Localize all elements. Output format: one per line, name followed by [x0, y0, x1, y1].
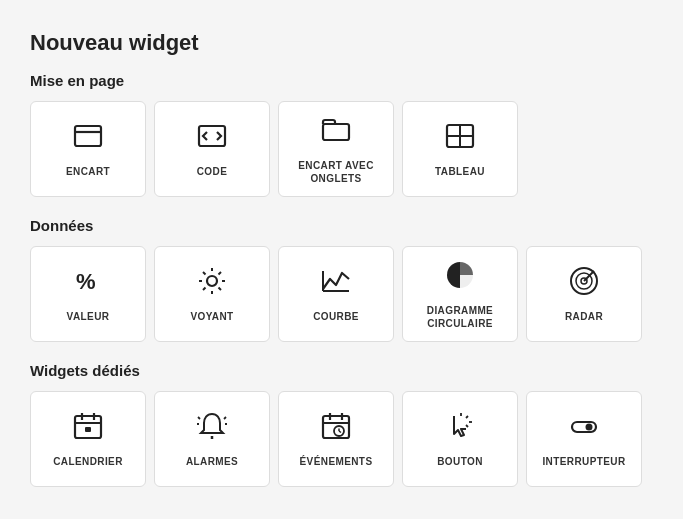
- section-mise-en-page: Mise en page ENCART CODE: [30, 72, 653, 197]
- radar-label: RADAR: [565, 310, 603, 323]
- voyant-label: VOYANT: [190, 310, 233, 323]
- svg-text:%: %: [76, 269, 96, 294]
- widgets-dedies-grid: CALENDRIER ALARMES: [30, 391, 653, 487]
- evenements-icon: [320, 410, 352, 447]
- encart-label: ENCART: [66, 165, 110, 178]
- widget-alarmes[interactable]: ALARMES: [154, 391, 270, 487]
- donnees-grid: % VALEUR VOYANT: [30, 246, 653, 342]
- section-label-mise-en-page: Mise en page: [30, 72, 653, 89]
- svg-line-13: [203, 272, 206, 275]
- diagramme-icon: [444, 259, 476, 296]
- svg-line-16: [203, 288, 206, 291]
- alarmes-label: ALARMES: [186, 455, 238, 468]
- courbe-label: COURBE: [313, 310, 359, 323]
- tableau-icon: [444, 120, 476, 157]
- widget-radar[interactable]: RADAR: [526, 246, 642, 342]
- widget-encart-onglets[interactable]: ENCART AVEC ONGLETS: [278, 101, 394, 197]
- svg-point-47: [586, 424, 593, 431]
- calendrier-icon: [72, 410, 104, 447]
- interrupteur-label: INTERRUPTEUR: [542, 455, 625, 468]
- widget-interrupteur[interactable]: INTERRUPTEUR: [526, 391, 642, 487]
- svg-rect-0: [75, 126, 101, 146]
- widget-tableau[interactable]: TABLEAU: [402, 101, 518, 197]
- voyant-icon: [196, 265, 228, 302]
- alarmes-icon: [196, 410, 228, 447]
- widget-valeur[interactable]: % VALEUR: [30, 246, 146, 342]
- widget-evenements[interactable]: ÉVÉNEMENTS: [278, 391, 394, 487]
- bouton-label: BOUTON: [437, 455, 483, 468]
- svg-rect-3: [323, 124, 349, 140]
- widget-encart[interactable]: ENCART: [30, 101, 146, 197]
- valeur-icon: %: [72, 265, 104, 302]
- svg-line-15: [219, 272, 222, 275]
- evenements-label: ÉVÉNEMENTS: [300, 455, 373, 468]
- svg-rect-29: [85, 427, 91, 432]
- svg-line-32: [224, 417, 226, 419]
- widget-code[interactable]: CODE: [154, 101, 270, 197]
- widget-bouton[interactable]: BOUTON: [402, 391, 518, 487]
- svg-line-42: [466, 416, 468, 418]
- section-donnees: Données % VALEUR: [30, 217, 653, 342]
- diagramme-label: DIAGRAMME CIRCULAIRE: [409, 304, 511, 330]
- courbe-icon: [320, 265, 352, 302]
- valeur-label: VALEUR: [67, 310, 110, 323]
- section-widgets-dedies: Widgets dédiés CALENDRIER: [30, 362, 653, 487]
- bouton-icon: [444, 410, 476, 447]
- tableau-label: TABLEAU: [435, 165, 485, 178]
- encart-onglets-icon: [320, 114, 352, 151]
- mise-en-page-grid: ENCART CODE ENCART AVEC ONGLETS: [30, 101, 653, 197]
- widget-calendrier[interactable]: CALENDRIER: [30, 391, 146, 487]
- code-icon: [196, 120, 228, 157]
- encart-icon: [72, 120, 104, 157]
- widget-voyant[interactable]: VOYANT: [154, 246, 270, 342]
- svg-point-8: [207, 276, 217, 286]
- interrupteur-icon: [568, 410, 600, 447]
- page-title: Nouveau widget: [30, 30, 653, 56]
- svg-line-44: [466, 425, 468, 427]
- calendrier-label: CALENDRIER: [53, 455, 123, 468]
- svg-line-31: [198, 417, 200, 419]
- encart-onglets-label: ENCART AVEC ONGLETS: [285, 159, 387, 185]
- section-label-widgets-dedies: Widgets dédiés: [30, 362, 653, 379]
- radar-icon: [568, 265, 600, 302]
- svg-line-14: [219, 288, 222, 291]
- section-label-donnees: Données: [30, 217, 653, 234]
- widget-diagramme[interactable]: DIAGRAMME CIRCULAIRE: [402, 246, 518, 342]
- code-label: CODE: [197, 165, 228, 178]
- widget-courbe[interactable]: COURBE: [278, 246, 394, 342]
